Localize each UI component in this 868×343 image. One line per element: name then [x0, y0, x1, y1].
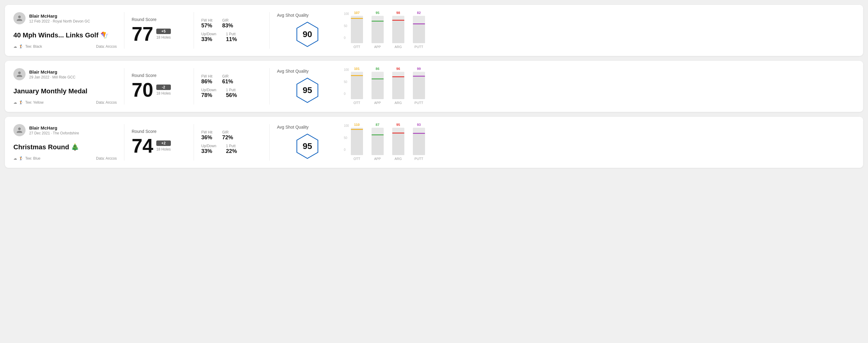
divider-3 — [269, 12, 270, 49]
bar-value-arg: 98 — [397, 11, 400, 14]
round-score-label: Round Score — [132, 17, 186, 22]
round-score-label: Round Score — [132, 129, 186, 134]
fw-hit: FW Hit36% — [201, 130, 213, 141]
card-bottom-row: ☁🏌Tee: BlueData: Arccos — [13, 156, 117, 161]
round-card-card3: Blair McHarg27 Dec 2021 · The Oxfordshir… — [5, 117, 863, 168]
bar-label-ott: OTT — [353, 45, 360, 49]
bar-label-putt: PUTT — [414, 157, 423, 161]
divider-1 — [124, 68, 124, 104]
data-source: Data: Arccos — [96, 44, 117, 49]
stats-section: FW Hit86%GIR61%Up/Down78%1 Putt56% — [201, 68, 262, 104]
bar-group-arg: 96ARG — [392, 72, 404, 104]
quality-label: Avg Shot Quality — [277, 69, 309, 73]
bar-value-arg: 95 — [397, 123, 400, 126]
bar-value-putt: 82 — [417, 11, 421, 14]
hexagon-container: 90 — [294, 21, 321, 48]
stats-section: FW Hit36%GIR72%Up/Down33%1 Putt22% — [201, 124, 262, 161]
divider-1 — [124, 12, 124, 49]
bag-icon: 🏌 — [19, 156, 23, 161]
gir-label: GIR — [222, 130, 233, 134]
updown: Up/Down78% — [201, 88, 216, 98]
gir-value: 83% — [222, 23, 233, 29]
gir: GIR83% — [222, 18, 233, 29]
oneputt-label: 1 Putt — [226, 32, 237, 36]
bar-value-app: 95 — [376, 11, 379, 14]
chart-section: 100500110OTT87APP95ARG93PUTT — [338, 124, 855, 161]
chart-section: 100500107OTT95APP98ARG82PUTT — [338, 12, 855, 49]
updown-value: 33% — [201, 148, 216, 154]
weather-icon: ☁ — [13, 44, 17, 49]
gir: GIR61% — [222, 74, 233, 85]
score-diff-badge: -2 — [156, 85, 170, 90]
bar-group-app: 87APP — [372, 128, 384, 161]
hexagon-container: 95 — [294, 132, 321, 160]
holes-label: 18 Holes — [156, 35, 170, 39]
weather-icon: ☁ — [13, 100, 17, 104]
card-left-section: Blair McHarg29 Jan 2022 · Mill Ride GCCJ… — [13, 68, 117, 104]
bar-group-arg: 95ARG — [392, 128, 404, 161]
bar-group-app: 86APP — [372, 72, 384, 104]
score-section: Round Score70-218 Holes — [132, 68, 186, 104]
oneputt-label: 1 Putt — [226, 144, 237, 148]
fw-hit-label: FW Hit — [201, 74, 213, 79]
tee-info: ☁🏌Tee: Yellow — [13, 100, 43, 104]
stats-row-2: Up/Down33%1 Putt22% — [201, 144, 262, 154]
bar-label-putt: PUTT — [414, 101, 423, 104]
user-name: Blair McHarg — [29, 13, 90, 19]
updown-value: 78% — [201, 92, 216, 98]
divider-1 — [124, 124, 124, 161]
score-badge-group: -218 Holes — [156, 85, 170, 95]
quality-section: Avg Shot Quality95 — [277, 124, 338, 161]
card-bottom-row: ☁🏌Tee: YellowData: Arccos — [13, 100, 117, 104]
user-name: Blair McHarg — [29, 125, 79, 130]
oneputt: 1 Putt22% — [226, 144, 237, 154]
bar-label-app: APP — [374, 45, 381, 49]
quality-section: Avg Shot Quality90 — [277, 12, 338, 49]
bar-value-arg: 96 — [397, 67, 400, 70]
user-info: Blair McHarg12 Feb 2022 · Royal North De… — [13, 12, 117, 24]
divider-3 — [269, 68, 270, 104]
updown: Up/Down33% — [201, 144, 216, 154]
bar-label-ott: OTT — [353, 157, 360, 161]
avatar — [13, 124, 26, 136]
gir-value: 61% — [222, 79, 233, 85]
bar-group-putt: 99PUTT — [413, 72, 425, 104]
oneputt: 1 Putt56% — [226, 88, 237, 98]
updown-label: Up/Down — [201, 32, 216, 36]
weather-icon: ☁ — [13, 156, 17, 161]
bar-group-ott: 110OTT — [351, 128, 363, 161]
bar-label-app: APP — [374, 101, 381, 104]
user-info: Blair McHarg29 Jan 2022 · Mill Ride GCC — [13, 68, 117, 80]
bar-group-ott: 101OTT — [351, 72, 363, 104]
score-badge-group: +518 Holes — [156, 29, 170, 39]
stats-section: FW Hit57%GIR83%Up/Down33%1 Putt11% — [201, 12, 262, 49]
bar-value-ott: 107 — [354, 11, 360, 14]
stats-row-2: Up/Down78%1 Putt56% — [201, 88, 262, 98]
fw-hit-value: 36% — [201, 134, 213, 141]
gir: GIR72% — [222, 130, 233, 141]
gir-label: GIR — [222, 18, 233, 23]
quality-section: Avg Shot Quality95 — [277, 68, 338, 104]
user-date: 27 Dec 2021 · The Oxfordshire — [29, 131, 79, 135]
bar-group-putt: 82PUTT — [413, 16, 425, 49]
quality-label: Avg Shot Quality — [277, 125, 309, 129]
quality-label: Avg Shot Quality — [277, 13, 309, 18]
round-score-label: Round Score — [132, 73, 186, 78]
oneputt-label: 1 Putt — [226, 88, 237, 92]
bar-label-arg: ARG — [395, 157, 402, 161]
tee-info: ☁🏌Tee: Blue — [13, 156, 40, 161]
card-left-section: Blair McHarg12 Feb 2022 · Royal North De… — [13, 12, 117, 49]
divider-3 — [269, 124, 270, 161]
stats-row-1: FW Hit36%GIR72% — [201, 130, 262, 141]
score-diff-badge: +2 — [156, 141, 170, 146]
score-number: 77 — [132, 24, 153, 44]
oneputt-value: 22% — [226, 148, 237, 154]
quality-score: 90 — [303, 30, 312, 39]
score-section: Round Score77+518 Holes — [132, 12, 186, 49]
user-date: 29 Jan 2022 · Mill Ride GCC — [29, 75, 75, 80]
tee-label: Tee: Blue — [25, 156, 40, 161]
avatar — [13, 12, 26, 24]
data-source: Data: Arccos — [96, 100, 117, 104]
fw-hit-label: FW Hit — [201, 18, 213, 23]
bar-group-app: 95APP — [372, 16, 384, 49]
